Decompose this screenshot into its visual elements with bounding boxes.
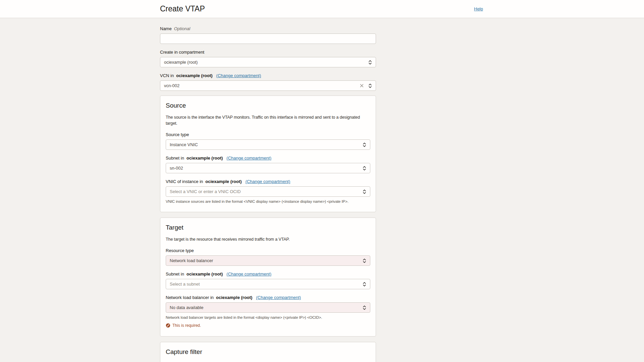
source-subnet-field-group: Subnet in ociexample (root) (Change comp… [166,156,370,173]
target-subnet-compartment-name: ociexample (root) [186,272,223,277]
vcn-compartment-name: ociexample (root) [176,73,212,78]
target-nlb-error: This is required. [166,323,370,328]
source-subnet-select[interactable]: sn-002 [166,163,370,173]
clear-selection-icon[interactable] [360,84,364,87]
compartment-label: Create in compartment [160,50,204,55]
target-nlb-helper-text: Network load balancer targets are listed… [166,315,370,319]
target-nlb-compartment-name: ociexample (root) [216,295,252,300]
target-nlb-select[interactable]: No data available [166,302,370,313]
target-subnet-label: Subnet in [166,272,184,277]
vcn-select[interactable]: vcn-002 [160,80,376,91]
target-section-title: Target [166,224,370,231]
create-vtap-form: Name Optional Create in compartment ocie… [160,18,376,362]
target-subnet-field-group: Subnet in ociexample (root) (Change comp… [166,272,370,289]
source-vnic-field-group: VNIC of instance in ociexample (root) (C… [166,179,370,203]
target-nlb-error-text: This is required. [172,323,201,328]
vcn-label: VCN in [160,73,174,78]
chevron-updown-icon [363,142,366,147]
vcn-field-group: VCN in ociexample (root) (Change compart… [160,73,376,91]
chevron-updown-icon [363,189,366,194]
target-subnet-select-placeholder: Select a subnet [170,282,363,287]
target-section: Target The target is the resource that r… [160,218,376,337]
target-nlb-label: Network load balancer in [166,295,214,300]
source-type-field-group: Source type Instance VNIC [166,132,370,150]
source-subnet-change-compartment-link[interactable]: (Change compartment) [226,156,271,161]
target-resource-type-label: Resource type [166,248,194,253]
chevron-updown-icon [363,258,366,263]
target-nlb-select-value: No data available [170,305,363,310]
capture-filter-section-title: Capture filter [166,348,370,356]
target-resource-type-select-value: Network load balancer [170,258,363,263]
target-section-description: The target is the resource that receives… [166,236,370,242]
source-subnet-compartment-name: ociexample (root) [186,156,223,161]
chevron-updown-icon [363,166,366,171]
source-vnic-compartment-name: ociexample (root) [205,179,241,184]
name-optional-label: Optional [174,26,190,31]
name-label: Name [160,26,172,31]
target-nlb-change-compartment-link[interactable]: (Change compartment) [256,295,301,300]
chevron-updown-icon [363,305,366,310]
help-link[interactable]: Help [474,6,483,11]
source-subnet-select-value: sn-002 [170,166,363,171]
name-input[interactable] [160,34,376,44]
source-vnic-select-placeholder: Select a VNIC or enter a VNIC OCID [170,189,363,194]
target-resource-type-field-group: Resource type Network load balancer [166,248,370,266]
vcn-change-compartment-link[interactable]: (Change compartment) [216,73,261,78]
source-vnic-helper-text: VNIC instance sources are listed in the … [166,199,370,203]
page-header: Create VTAP Help [0,0,644,18]
compartment-field-group: Create in compartment ociexample (root) [160,50,376,67]
target-resource-type-select[interactable]: Network load balancer [166,255,370,266]
capture-filter-section: Capture filter A capture filter can be u… [160,342,376,362]
source-section: Source The source is the interface the V… [160,96,376,212]
target-subnet-change-compartment-link[interactable]: (Change compartment) [226,272,271,277]
vcn-select-value: vcn-002 [164,83,360,88]
source-subnet-label: Subnet in [166,156,184,161]
source-type-select[interactable]: Instance VNIC [166,139,370,150]
page-title: Create VTAP [160,4,205,13]
target-nlb-field-group: Network load balancer in ociexample (roo… [166,295,370,328]
error-blocked-icon [166,323,170,328]
target-subnet-select[interactable]: Select a subnet [166,279,370,289]
compartment-select[interactable]: ociexample (root) [160,57,376,67]
source-vnic-label: VNIC of instance in [166,179,203,184]
compartment-select-value: ociexample (root) [164,60,368,65]
chevron-updown-icon [368,83,372,88]
capture-filter-section-description: A capture filter can be used by one or m… [166,361,370,362]
name-field-group: Name Optional [160,26,376,44]
source-vnic-select[interactable]: Select a VNIC or enter a VNIC OCID [166,186,370,197]
chevron-updown-icon [363,282,366,287]
source-section-title: Source [166,102,370,109]
source-type-label: Source type [166,132,189,137]
source-vnic-change-compartment-link[interactable]: (Change compartment) [246,179,290,184]
chevron-updown-icon [368,60,372,65]
source-type-select-value: Instance VNIC [170,142,363,147]
source-section-description: The source is the interface the VTAP mon… [166,114,370,126]
